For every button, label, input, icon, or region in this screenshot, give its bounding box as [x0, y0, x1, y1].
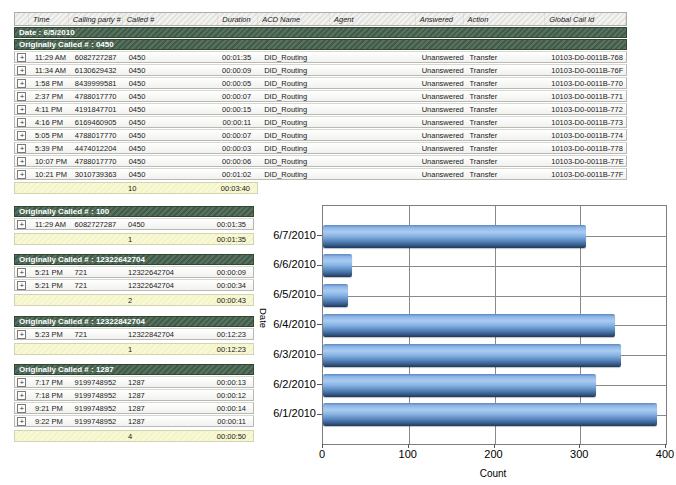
x-gridline [495, 206, 496, 444]
expand-row-button[interactable]: + [17, 404, 26, 413]
cell-called: 0450 [123, 144, 219, 153]
called-group-label: Originally Called # : 12322842704 [19, 317, 145, 326]
expand-row-button[interactable]: + [17, 170, 26, 179]
expand-column-header [15, 13, 29, 25]
cell-calling: 3010739363 [69, 170, 123, 179]
cell-action: Transfer [464, 144, 546, 153]
date-group-header: Date : 6/5/2010 [14, 27, 627, 38]
expand-cell: + [15, 144, 29, 153]
expand-row-button[interactable]: + [17, 144, 26, 153]
cell-called: 0450 [123, 131, 219, 140]
cell-time: 2:37 PM [29, 92, 69, 101]
cell-duration: 00:01:35 [190, 220, 253, 229]
expand-row-button[interactable]: + [17, 378, 26, 387]
x-tick [322, 444, 323, 448]
y-tick-label: 6/4/2010 [252, 318, 316, 331]
cell-time: 5:05 PM [29, 131, 69, 140]
y-tick [317, 295, 322, 296]
x-tick [408, 444, 409, 448]
cell-time: 7:18 PM [29, 391, 69, 400]
expand-row-button[interactable]: + [17, 118, 26, 127]
cell-called: 12322642704 [122, 268, 189, 277]
table-row: +2:37 PM4788017770045000:00:07DID_Routin… [14, 90, 627, 102]
called-group-header-0450: Originally Called # : 0450 [14, 39, 627, 50]
chart-bar-6-3-2010 [323, 344, 621, 367]
cell-time: 9:21 PM [29, 404, 69, 413]
chart-bar-6-4-2010 [323, 314, 615, 337]
cell-time: 5:21 PM [29, 281, 69, 290]
cell-duration: 00:00:34 [190, 281, 253, 290]
summary-call-count: 4 [122, 432, 189, 441]
x-tick [665, 444, 666, 448]
cell-time: 10:21 PM [29, 170, 69, 179]
cell-duration: 00:00:14 [190, 404, 253, 413]
cell-called: 0450 [122, 220, 189, 229]
table-row: +4:11 PM4191847701045000:00:15DID_Routin… [14, 103, 627, 115]
cell-answered: Unanswered [416, 66, 464, 75]
y-tick [317, 414, 322, 415]
x-gridline [580, 206, 581, 444]
cell-gcid: 10103-D0-0011B-76F [545, 66, 626, 75]
column-header-called-: Called # [123, 13, 219, 25]
cell-calling: 8439999581 [69, 79, 123, 88]
cell-called: 0450 [123, 105, 219, 114]
cell-answered: Unanswered [416, 131, 464, 140]
cell-action: Transfer [464, 118, 546, 127]
cell-time: 1:58 PM [29, 79, 69, 88]
expand-row-button[interactable]: + [17, 268, 26, 277]
cell-acd: DID_Routing [258, 170, 330, 179]
cell-called: 1287 [122, 404, 189, 413]
cell-gcid: 10103-D0-0011B-768 [545, 53, 626, 62]
y-tick [317, 354, 322, 355]
expand-row-button[interactable]: + [17, 417, 26, 426]
expand-row-button[interactable]: + [17, 92, 26, 101]
expand-cell: + [15, 92, 29, 101]
cell-acd: DID_Routing [258, 79, 330, 88]
y-gridline [323, 385, 666, 386]
table-row: +5:21 PM7211232264270400:00:34 [14, 279, 254, 291]
called-group-header-12322642704: Originally Called # : 12322642704 [14, 254, 254, 265]
cell-time: 10:07 PM [29, 157, 69, 166]
cell-action: Transfer [464, 92, 546, 101]
y-gridline [323, 236, 666, 237]
expand-row-button[interactable]: + [17, 131, 26, 140]
expand-row-button[interactable]: + [17, 330, 26, 339]
cell-gcid: 10103-D0-0011B-771 [545, 92, 626, 101]
cell-time: 11:29 AM [29, 220, 69, 229]
expand-row-button[interactable]: + [17, 105, 26, 114]
cell-action: Transfer [464, 79, 546, 88]
expand-cell: + [15, 66, 29, 75]
column-header-action: Action [464, 13, 546, 25]
expand-row-button[interactable]: + [17, 281, 26, 290]
chart-plot [322, 205, 667, 445]
cell-calling: 4191847701 [69, 105, 123, 114]
table-row: +5:21 PM7211232264270400:00:09 [14, 266, 254, 278]
cell-acd: DID_Routing [258, 118, 330, 127]
table-row: +9:21 PM9199748952128700:00:14 [14, 402, 254, 414]
expand-row-button[interactable]: + [17, 66, 26, 75]
expand-row-button[interactable]: + [17, 157, 26, 166]
cell-called: 0450 [123, 66, 219, 75]
x-tick-label: 400 [656, 448, 674, 460]
summary-total-duration: 00:00:43 [190, 296, 254, 305]
expand-row-button[interactable]: + [17, 79, 26, 88]
x-tick [579, 444, 580, 448]
cell-time: 5:23 PM [29, 330, 69, 339]
group-rows-1287: +7:17 PM9199748952128700:00:13+7:18 PM91… [14, 376, 254, 427]
y-tick-label: 6/3/2010 [252, 348, 316, 361]
expand-row-button[interactable]: + [17, 220, 26, 229]
expand-row-button[interactable]: + [17, 391, 26, 400]
expand-cell: + [15, 404, 29, 413]
table-row: +4:16 PM6169460905045000:00:11DID_Routin… [14, 116, 627, 128]
cell-duration: 00:00:11 [218, 118, 258, 127]
expand-row-button[interactable]: + [17, 53, 26, 62]
cell-action: Transfer [464, 66, 546, 75]
cell-acd: DID_Routing [258, 105, 330, 114]
expand-cell: + [15, 157, 29, 166]
expand-cell: + [15, 417, 29, 426]
called-group-label: Originally Called # : 100 [19, 207, 109, 216]
cell-called: 0450 [123, 53, 219, 62]
x-tick-label: 0 [319, 448, 325, 460]
cell-action: Transfer [464, 157, 546, 166]
y-gridline [323, 266, 666, 267]
